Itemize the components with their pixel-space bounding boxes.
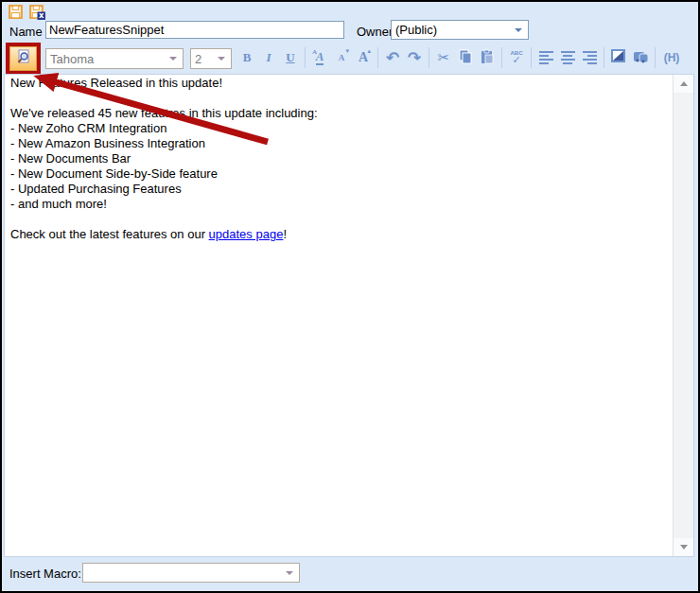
font-size-value: 2 — [195, 52, 201, 66]
shrink-font-button[interactable]: A ▾ — [331, 46, 352, 69]
svg-text:x: x — [39, 10, 44, 20]
scissors-icon: ✂ — [438, 49, 450, 66]
vertical-scrollbar[interactable] — [673, 75, 693, 556]
snippet-body-editor[interactable]: New Features Released in this update! We… — [4, 74, 694, 557]
editor-content: New Features Released in this update! We… — [5, 75, 673, 556]
owner-label: Owner — [357, 25, 393, 39]
spellcheck-icon: ABC ✓ — [511, 50, 523, 65]
italic-icon: I — [266, 50, 271, 65]
toolbar-separator — [377, 47, 378, 68]
copy-button[interactable] — [455, 46, 476, 69]
scroll-down-button[interactable] — [674, 538, 693, 556]
align-center-icon — [561, 51, 575, 64]
font-size-select[interactable]: 2 — [190, 48, 232, 69]
bold-button[interactable]: B — [236, 46, 257, 69]
editor-line: - New Documents Bar — [10, 151, 667, 166]
image-icon — [611, 49, 626, 66]
editor-line — [10, 91, 667, 106]
align-center-button[interactable] — [557, 46, 578, 69]
redo-button[interactable]: ↷ — [404, 46, 425, 69]
underline-icon: U — [286, 50, 294, 65]
page-magnifier-icon — [16, 49, 31, 68]
triangle-down-icon — [680, 545, 688, 549]
insert-picture-button[interactable] — [630, 46, 651, 69]
save-close-icon: x — [28, 4, 47, 21]
editor-line: - New Zoho CRM Integration — [10, 121, 667, 136]
editor-line: - New Document Side-by-Side feature — [10, 166, 667, 182]
cut-button[interactable]: ✂ — [433, 46, 454, 69]
font-color-button[interactable]: A A — [309, 46, 330, 69]
font-color-icon: A — [312, 48, 317, 56]
editor-line: - Updated Purchasing Features — [10, 182, 667, 197]
editor-line: New Features Released in this update! — [10, 76, 667, 91]
redo-icon: ↷ — [408, 50, 421, 66]
editor-line: We've released 45 new feautres in this u… — [10, 106, 667, 121]
formatting-toolbar: Tahoma 2 B I U A A A ▾ A ▴ ↶ — [4, 42, 696, 76]
toolbar-separator — [604, 47, 604, 68]
preview-snippet-button[interactable] — [9, 46, 37, 71]
undo-button[interactable]: ↶ — [382, 46, 403, 69]
html-icon: (H) — [664, 51, 680, 64]
paste-icon — [480, 49, 495, 67]
chevron-down-icon — [169, 57, 177, 61]
editor-line: - and much more! — [10, 197, 667, 212]
picture-icon — [633, 49, 649, 66]
highlight-box — [6, 43, 41, 75]
triangle-up-icon — [680, 81, 688, 86]
insert-macro-select[interactable] — [82, 563, 300, 583]
copy-icon — [458, 49, 473, 67]
italic-button[interactable]: I — [258, 46, 279, 69]
name-label: Name — [9, 25, 43, 39]
editor-link-line: Check out the latest features on our upd… — [10, 227, 667, 242]
html-view-button[interactable]: (H) — [659, 46, 684, 69]
editor-line — [10, 212, 667, 227]
owner-select-value: (Public) — [395, 23, 437, 37]
chevron-down-icon — [218, 57, 225, 61]
owner-select[interactable]: (Public) — [391, 20, 529, 40]
align-left-icon — [539, 51, 553, 64]
toolbar-separator — [531, 47, 532, 68]
undo-icon: ↶ — [386, 50, 399, 66]
chevron-down-icon — [286, 571, 293, 575]
spellcheck-button[interactable]: ABC ✓ — [506, 46, 527, 69]
snippet-editor-window: x Name Owner (Public) Tahoma — [0, 0, 700, 593]
bold-icon: B — [243, 50, 252, 65]
toolbar-separator — [501, 47, 502, 68]
save-icon — [8, 4, 26, 20]
save-close-button[interactable]: x — [28, 4, 47, 21]
align-right-icon — [583, 51, 597, 64]
chevron-down-icon — [515, 28, 522, 32]
name-input[interactable] — [45, 21, 344, 39]
align-right-button[interactable] — [579, 46, 600, 69]
updates-page-link[interactable]: updates page — [209, 227, 284, 241]
editor-line: - New Amazon Business Integration — [10, 136, 667, 151]
font-family-value: Tahoma — [50, 52, 94, 66]
save-button[interactable] — [8, 4, 26, 21]
underline-button[interactable]: U — [280, 46, 301, 69]
toolbar-separator — [655, 47, 656, 68]
scroll-up-button[interactable] — [674, 75, 693, 93]
toolbar-separator — [305, 47, 306, 68]
align-left-button[interactable] — [535, 46, 556, 69]
font-family-select[interactable]: Tahoma — [45, 48, 184, 69]
toolbar-separator — [429, 47, 429, 68]
shrink-font-icon: A — [339, 53, 345, 62]
insert-macro-label: Insert Macro: — [9, 567, 81, 581]
insert-image-button[interactable] — [608, 46, 629, 69]
grow-font-button[interactable]: A ▴ — [353, 46, 374, 69]
paste-button[interactable] — [477, 46, 498, 69]
